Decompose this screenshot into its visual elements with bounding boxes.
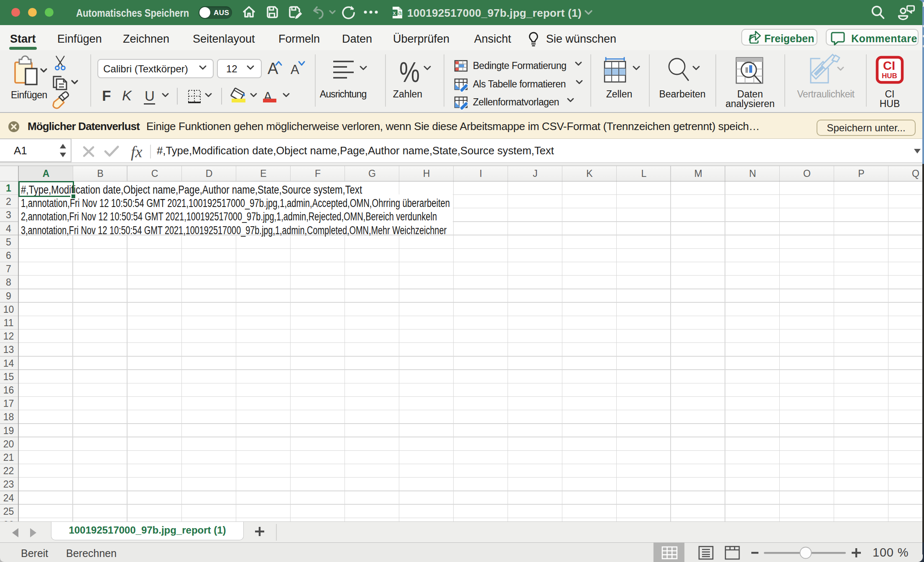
svg-text:HUB: HUB	[882, 72, 897, 80]
svg-text:x: x	[393, 10, 396, 16]
svg-text:A: A	[291, 62, 299, 77]
svg-text:CI: CI	[883, 59, 895, 72]
svg-text:%: %	[399, 56, 420, 88]
svg-text:a,: a,	[398, 9, 403, 16]
svg-text:F: F	[102, 87, 111, 104]
svg-text:K: K	[122, 87, 132, 103]
svg-text:A: A	[268, 60, 278, 77]
svg-text:U: U	[145, 88, 155, 104]
svg-text:fx: fx	[131, 143, 143, 161]
